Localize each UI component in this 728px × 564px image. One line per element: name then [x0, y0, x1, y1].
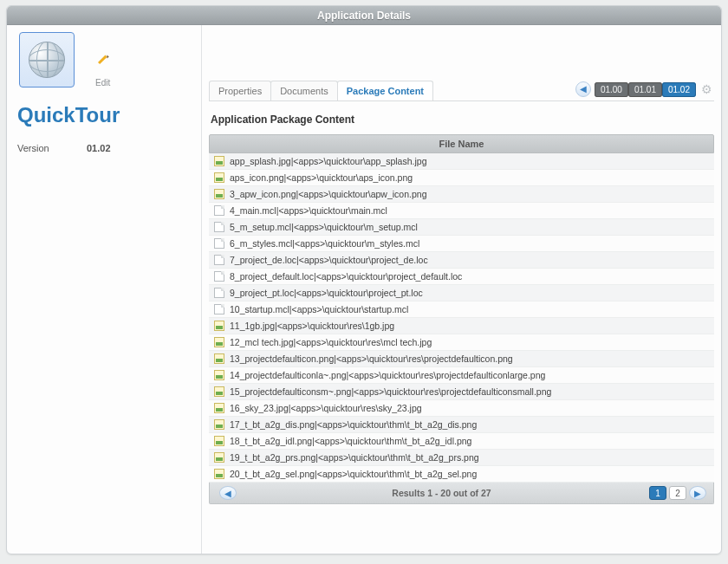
right-pane: Properties Documents Package Content ◀ 0… [202, 25, 721, 554]
table-row[interactable]: 20_t_bt_a2g_sel.png|<apps>\quicktour\thm… [209, 466, 714, 483]
file-path: app_splash.jpg|<apps>\quicktour\app_spla… [230, 156, 426, 166]
file-path: 18_t_bt_a2g_idl.png|<apps>\quicktour\thm… [230, 436, 471, 446]
file-path: 13_projectdefaulticon.png|<apps>\quickto… [230, 353, 513, 364]
file-path: 17_t_bt_a2g_dis.png|<apps>\quicktour\thm… [230, 419, 477, 430]
file-path: 9_project_pt.loc|<apps>\quicktour\projec… [230, 288, 423, 298]
files-table: File Name app_splash.jpg|<apps>\quicktou… [209, 134, 714, 504]
page-next-button[interactable]: ▶ [689, 486, 706, 500]
application-details-window: Application Details Edit QuickTour Versi… [6, 5, 722, 554]
file-path: 8_project_default.loc|<apps>\quicktour\p… [230, 271, 462, 282]
file-path: 7_project_de.loc|<apps>\quicktour\projec… [230, 255, 428, 265]
table-row[interactable]: 10_startup.mcl|<apps>\quicktour\startup.… [209, 301, 714, 318]
file-path: 3_apw_icon.png|<apps>\quicktour\apw_icon… [230, 189, 426, 199]
table-row[interactable]: 6_m_styles.mcl|<apps>\quicktour\m_styles… [209, 236, 714, 252]
window-title: Application Details [7, 6, 721, 25]
pencil-icon [96, 61, 110, 75]
image-file-icon [214, 370, 224, 380]
file-path: 15_projectdefaulticonsm~.png|<apps>\quic… [230, 386, 551, 397]
document-file-icon [214, 304, 224, 314]
version-selector: ◀ 01.0001.0101.02 ⚙ [575, 81, 714, 100]
left-pane: Edit QuickTour Version 01.02 [7, 25, 202, 554]
version-button-01-02[interactable]: 01.02 [662, 82, 696, 97]
file-path: 19_t_bt_a2g_prs.png|<apps>\quicktour\thm… [230, 452, 479, 463]
file-path: aps_icon.png|<apps>\quicktour\aps_icon.p… [230, 172, 413, 183]
version-settings-button[interactable]: ⚙ [699, 82, 714, 96]
document-file-icon [214, 205, 224, 216]
file-path: 4_main.mcl|<apps>\quicktour\main.mcl [230, 205, 387, 216]
document-file-icon [214, 271, 224, 282]
image-file-icon [214, 436, 224, 446]
table-row[interactable]: 5_m_setup.mcl|<apps>\quicktour\m_setup.m… [209, 219, 714, 236]
version-value: 01.02 [87, 143, 111, 153]
table-row[interactable]: 8_project_default.loc|<apps>\quicktour\p… [209, 269, 714, 285]
section-heading: Application Package Content [209, 101, 714, 134]
application-name: QuickTour [16, 94, 192, 141]
table-row[interactable]: 17_t_bt_a2g_dis.png|<apps>\quicktour\thm… [209, 417, 714, 433]
page-button-2[interactable]: 2 [669, 486, 686, 500]
table-row[interactable]: 7_project_de.loc|<apps>\quicktour\projec… [209, 252, 714, 269]
table-row[interactable]: 4_main.mcl|<apps>\quicktour\main.mcl [209, 203, 714, 219]
page-prev-button[interactable]: ◀ [219, 486, 237, 500]
version-button-01-01[interactable]: 01.01 [628, 82, 662, 97]
document-file-icon [214, 288, 224, 298]
image-file-icon [214, 189, 224, 199]
table-row[interactable]: 13_projectdefaulticon.png|<apps>\quickto… [209, 351, 714, 367]
tabs: Properties Documents Package Content [209, 81, 432, 100]
version-prev-button[interactable]: ◀ [575, 81, 591, 97]
table-row[interactable]: 18_t_bt_a2g_idl.png|<apps>\quicktour\thm… [209, 433, 714, 450]
version-label: Version [17, 143, 87, 153]
table-row[interactable]: 3_apw_icon.png|<apps>\quicktour\apw_icon… [209, 186, 714, 203]
image-file-icon [214, 337, 224, 347]
tab-properties[interactable]: Properties [209, 81, 271, 100]
file-path: 20_t_bt_a2g_sel.png|<apps>\quicktour\thm… [230, 469, 477, 479]
table-row[interactable]: 14_projectdefaulticonla~.png|<apps>\quic… [209, 367, 714, 384]
application-icon [19, 32, 75, 88]
table-row[interactable]: 9_project_pt.loc|<apps>\quicktour\projec… [209, 285, 714, 301]
column-header-filename[interactable]: File Name [209, 134, 714, 153]
file-path: 11_1gb.jpg|<apps>\quicktour\res\1gb.jpg [230, 321, 394, 331]
image-file-icon [214, 353, 224, 364]
table-row[interactable]: app_splash.jpg|<apps>\quicktour\app_spla… [209, 153, 714, 170]
file-path: 5_m_setup.mcl|<apps>\quicktour\m_setup.m… [230, 222, 418, 232]
file-path: 10_startup.mcl|<apps>\quicktour\startup.… [230, 304, 408, 314]
image-file-icon [214, 469, 224, 479]
image-file-icon [214, 419, 224, 430]
file-path: 12_mcl tech.jpg|<apps>\quicktour\res\mcl… [230, 337, 432, 347]
file-path: 16_sky_23.jpg|<apps>\quicktour\res\sky_2… [230, 403, 422, 413]
table-row[interactable]: 15_projectdefaulticonsm~.png|<apps>\quic… [209, 384, 714, 400]
image-file-icon [214, 403, 224, 413]
table-row[interactable]: 19_t_bt_a2g_prs.png|<apps>\quicktour\thm… [209, 450, 714, 466]
image-file-icon [214, 321, 224, 331]
document-file-icon [214, 255, 224, 265]
edit-button[interactable]: Edit [95, 61, 110, 88]
results-text: Results 1 - 20 out of 27 [237, 488, 647, 498]
version-button-01-00[interactable]: 01.00 [595, 82, 628, 97]
image-file-icon [214, 172, 224, 183]
image-file-icon [214, 452, 224, 463]
image-file-icon [214, 386, 224, 397]
file-path: 14_projectdefaulticonla~.png|<apps>\quic… [230, 370, 545, 380]
edit-label: Edit [95, 78, 110, 88]
tab-documents[interactable]: Documents [270, 81, 338, 100]
page-button-1[interactable]: 1 [649, 486, 666, 500]
tab-package-content[interactable]: Package Content [337, 81, 433, 100]
table-row[interactable]: 11_1gb.jpg|<apps>\quicktour\res\1gb.jpg [209, 318, 714, 334]
globe-icon [29, 42, 65, 78]
table-row[interactable]: aps_icon.png|<apps>\quicktour\aps_icon.p… [209, 170, 714, 186]
document-file-icon [214, 238, 224, 249]
image-file-icon [214, 156, 224, 166]
file-path: 6_m_styles.mcl|<apps>\quicktour\m_styles… [230, 238, 419, 249]
table-row[interactable]: 16_sky_23.jpg|<apps>\quicktour\res\sky_2… [209, 400, 714, 417]
table-footer: ◀ Results 1 - 20 out of 27 12 ▶ [209, 483, 714, 504]
table-row[interactable]: 12_mcl tech.jpg|<apps>\quicktour\res\mcl… [209, 334, 714, 351]
document-file-icon [214, 222, 224, 232]
